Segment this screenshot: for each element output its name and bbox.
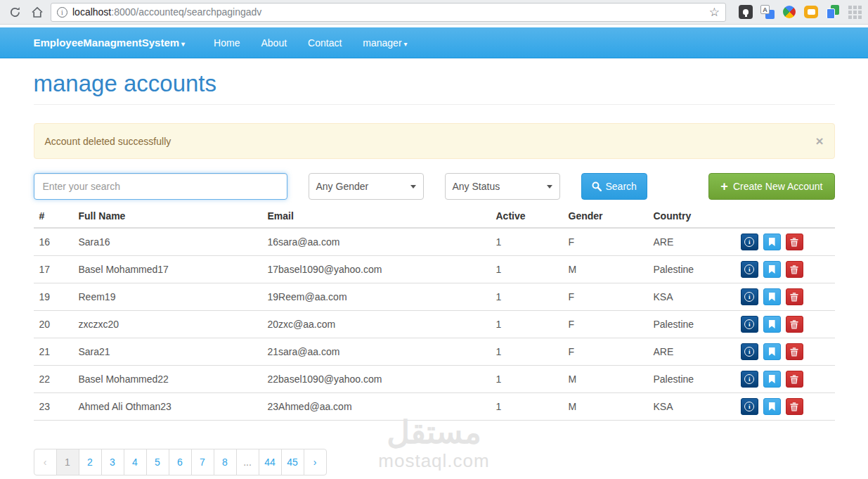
pagination: ‹12345678...4445› xyxy=(34,449,327,475)
search-icon xyxy=(592,181,602,191)
cell-id: 20 xyxy=(34,311,73,338)
extension-photos-icon[interactable] xyxy=(782,4,797,20)
nav-item-manager[interactable]: manager▾ xyxy=(352,37,417,49)
success-alert: Account deleted successfully × xyxy=(34,123,835,159)
pagination-page-8[interactable]: 8 xyxy=(214,449,237,475)
pagination-page-1[interactable]: 1 xyxy=(56,449,79,475)
delete-button[interactable] xyxy=(786,316,803,333)
delete-button[interactable] xyxy=(786,343,803,360)
bookmark-icon xyxy=(769,238,775,246)
bookmark-icon xyxy=(769,320,775,328)
navbar-brand[interactable]: EmployeeManagmentSystem▾ xyxy=(34,37,186,49)
header-gender: Gender xyxy=(563,205,648,228)
pagination-next[interactable]: › xyxy=(304,449,327,475)
table-row: 20 zxczxc20 20zxc@aa.com 1 F Palestine i xyxy=(34,311,835,338)
create-new-account-button[interactable]: + Create New Account xyxy=(708,173,834,200)
address-bar[interactable]: i localhost:8000/accounteq/searchpaginga… xyxy=(51,3,726,22)
bookmark-button[interactable] xyxy=(763,398,781,415)
delete-button[interactable] xyxy=(786,261,803,278)
pagination-page-3[interactable]: 3 xyxy=(101,449,124,475)
search-button[interactable]: Search xyxy=(581,173,647,200)
bookmark-button[interactable] xyxy=(763,371,781,388)
pagination-page-7[interactable]: 7 xyxy=(191,449,214,475)
navbar: EmployeeManagmentSystem▾ Home About Cont… xyxy=(0,27,868,58)
details-button[interactable]: i xyxy=(741,398,758,415)
accounts-table-body: 16 Sara16 16sara@aa.com 1 F ARE i xyxy=(34,228,835,421)
pagination-page-5[interactable]: 5 xyxy=(146,449,169,475)
bookmark-button[interactable] xyxy=(763,234,781,250)
cell-active: 1 xyxy=(491,311,563,338)
extension-docs-icon[interactable] xyxy=(825,4,841,20)
url-path: :8000/accounteq/searchpagingadv xyxy=(111,6,261,18)
pagination-page-45[interactable]: 45 xyxy=(281,449,304,475)
alert-close-icon[interactable]: × xyxy=(815,134,823,148)
chevron-down-icon: ▾ xyxy=(181,40,185,48)
status-select[interactable]: Any Status xyxy=(445,173,560,200)
trash-icon xyxy=(790,265,798,274)
details-button[interactable]: i xyxy=(741,288,758,305)
delete-button[interactable] xyxy=(786,398,803,415)
details-button[interactable]: i xyxy=(741,371,758,388)
extension-translate-icon[interactable]: A xyxy=(760,4,775,20)
plus-icon: + xyxy=(720,180,728,193)
header-active: Active xyxy=(491,205,563,228)
home-button[interactable] xyxy=(28,3,46,21)
pagination-page-6[interactable]: 6 xyxy=(169,449,192,475)
chevron-down-icon: ▾ xyxy=(404,40,408,48)
details-button[interactable]: i xyxy=(741,234,758,250)
pagination-page-4[interactable]: 4 xyxy=(124,449,147,475)
info-icon: i xyxy=(744,264,754,274)
info-icon: i xyxy=(744,292,754,302)
cell-full-name: Ahmed Ali Othman23 xyxy=(73,393,262,421)
pagination-page-44[interactable]: 44 xyxy=(259,449,282,475)
nav-item-home[interactable]: Home xyxy=(203,37,250,49)
cell-id: 17 xyxy=(34,256,73,283)
reload-button[interactable] xyxy=(6,3,24,21)
delete-button[interactable] xyxy=(786,288,803,305)
info-icon: i xyxy=(744,319,754,329)
header-country: Country xyxy=(648,205,732,228)
gender-select[interactable]: Any Gender xyxy=(309,173,424,200)
cell-email: 19Reem@aa.com xyxy=(262,283,491,311)
page-info-icon[interactable]: i xyxy=(57,7,67,18)
trash-icon xyxy=(790,375,798,384)
pagination-page-2[interactable]: 2 xyxy=(79,449,102,475)
cell-country: KSA xyxy=(648,393,732,421)
manager-label: manager xyxy=(363,37,401,49)
cell-active: 1 xyxy=(491,256,563,283)
cell-country: Palestine xyxy=(648,256,732,283)
create-button-label: Create New Account xyxy=(733,181,823,192)
table-header-row: # Full Name Email Active Gender Country xyxy=(34,205,835,228)
delete-button[interactable] xyxy=(786,234,803,250)
nav-item-contact[interactable]: Contact xyxy=(297,37,352,49)
cell-id: 22 xyxy=(34,366,73,393)
details-button[interactable]: i xyxy=(741,261,758,278)
bookmark-button[interactable] xyxy=(763,343,781,360)
extension-lightbulb-icon[interactable] xyxy=(738,4,753,20)
bookmark-button[interactable] xyxy=(763,288,781,305)
bookmark-button[interactable] xyxy=(763,261,781,278)
cell-active: 1 xyxy=(491,393,563,421)
select-arrow-icon xyxy=(410,185,416,189)
details-button[interactable]: i xyxy=(741,316,758,333)
extension-yellow-icon[interactable] xyxy=(803,4,819,20)
bookmark-button[interactable] xyxy=(763,316,781,333)
trash-icon xyxy=(790,293,798,302)
reload-icon xyxy=(9,6,21,18)
cell-full-name: zxczxc20 xyxy=(73,311,262,338)
cell-email: 20zxc@aa.com xyxy=(262,311,491,338)
cell-full-name: Sara21 xyxy=(73,338,262,366)
cell-country: Palestine xyxy=(648,311,732,338)
pagination-ellipsis: ... xyxy=(236,449,259,475)
cell-email: 16sara@aa.com xyxy=(262,228,491,256)
cell-actions: i xyxy=(732,366,835,393)
extension-grid-icon[interactable] xyxy=(847,4,862,20)
delete-button[interactable] xyxy=(786,371,803,388)
bookmark-star-icon[interactable]: ☆ xyxy=(709,6,720,18)
pagination-prev[interactable]: ‹ xyxy=(34,449,57,475)
cell-full-name: Basel Mohammed22 xyxy=(73,366,262,393)
search-input[interactable] xyxy=(34,173,287,200)
cell-active: 1 xyxy=(491,228,563,256)
nav-item-about[interactable]: About xyxy=(250,37,297,49)
details-button[interactable]: i xyxy=(741,343,758,360)
